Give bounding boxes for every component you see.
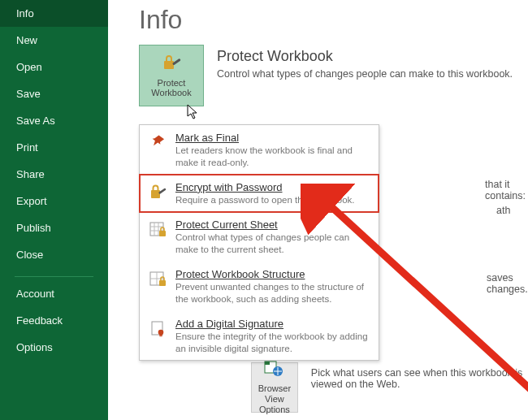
svg-point-12 <box>158 329 164 335</box>
sheet-lock-icon <box>148 219 169 240</box>
browser-view-tile-label: Browser View Options <box>252 383 297 414</box>
protect-workbook-tile-label: Protect Workbook <box>140 78 203 98</box>
menu-title: Mark as Final <box>175 132 370 144</box>
contains-text-a: that it contains: <box>485 179 526 201</box>
browser-view-section: Browser View Options Pick what users can… <box>251 362 528 413</box>
sidebar-item-save-as[interactable]: Save As <box>0 107 108 134</box>
menu-title: Add a Digital Signature <box>175 318 370 330</box>
sidebar-item-share[interactable]: Share <box>0 161 108 188</box>
sidebar-item-save[interactable]: Save <box>0 80 108 107</box>
page-title: Info <box>139 5 528 35</box>
menu-desc: Prevent unwanted changes to the structur… <box>175 281 370 305</box>
svg-rect-8 <box>159 231 166 236</box>
lock-key-icon <box>148 182 169 203</box>
menu-desc: Require a password to open this workbook… <box>175 194 370 206</box>
svg-rect-10 <box>159 280 166 286</box>
menu-item-mark-as-final[interactable]: Mark as Final Let readers know the workb… <box>140 125 379 175</box>
svg-rect-0 <box>164 61 174 69</box>
protect-workbook-desc: Control what types of changes people can… <box>217 68 528 80</box>
menu-item-add-digital-signature[interactable]: Add a Digital Signature Ensure the integ… <box>140 311 379 361</box>
sidebar-item-new[interactable]: New <box>0 27 108 54</box>
menu-item-encrypt-with-password[interactable]: Encrypt with Password Require a password… <box>140 175 379 212</box>
menu-title: Protect Workbook Structure <box>175 268 370 280</box>
sidebar-divider <box>15 276 93 277</box>
protect-workbook-tile[interactable]: Protect Workbook <box>139 45 204 106</box>
svg-rect-5 <box>151 190 160 198</box>
browser-view-desc: Pick what users can see when this workbo… <box>311 362 528 390</box>
menu-desc: Let readers know the workbook is final a… <box>175 145 370 169</box>
sidebar-item-feedback[interactable]: Feedback <box>0 307 108 334</box>
sidebar-item-print[interactable]: Print <box>0 134 108 161</box>
structure-lock-icon <box>148 269 169 290</box>
saves-changes-text: saves changes. <box>487 272 528 295</box>
svg-rect-3 <box>265 362 270 365</box>
menu-desc: Ensure the integrity of the workbook by … <box>175 331 370 355</box>
contains-text-b: ath <box>496 205 526 216</box>
sidebar-item-export[interactable]: Export <box>0 188 108 214</box>
sidebar-item-close[interactable]: Close <box>0 241 108 268</box>
protect-workbook-section: Protect Workbook Protect Workbook Contro… <box>139 45 528 106</box>
menu-item-protect-workbook-structure[interactable]: Protect Workbook Structure Prevent unwan… <box>140 262 379 311</box>
sidebar-item-open[interactable]: Open <box>0 54 108 80</box>
pushpin-icon <box>148 132 169 154</box>
sidebar-item-info[interactable]: Info <box>0 0 108 27</box>
menu-desc: Control what types of changes people can… <box>175 232 370 256</box>
menu-title: Encrypt with Password <box>175 181 370 193</box>
sidebar-item-publish[interactable]: Publish <box>0 214 108 241</box>
sidebar-item-account[interactable]: Account <box>0 280 108 307</box>
menu-title: Protect Current Sheet <box>175 219 370 231</box>
sidebar-item-options[interactable]: Options <box>0 334 108 361</box>
protect-workbook-heading: Protect Workbook <box>217 48 528 65</box>
certificate-icon <box>148 318 169 340</box>
browser-view-tile[interactable]: Browser View Options <box>251 362 298 413</box>
menu-item-protect-current-sheet[interactable]: Protect Current Sheet Control what types… <box>140 212 379 262</box>
globe-sheet-icon <box>264 361 285 381</box>
protect-workbook-menu: Mark as Final Let readers know the workb… <box>139 124 379 361</box>
backstage-sidebar: Info New Open Save Save As Print Share E… <box>0 0 108 420</box>
lock-icon <box>160 53 183 75</box>
